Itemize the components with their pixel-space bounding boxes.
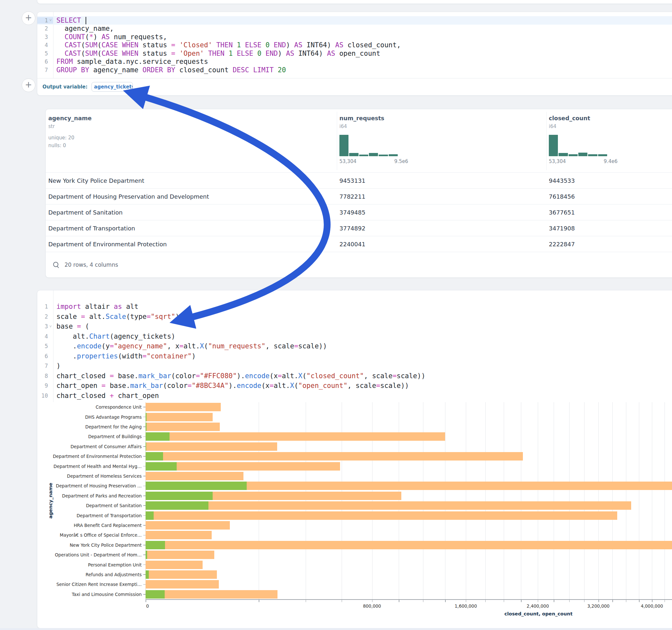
bar-closed bbox=[146, 472, 243, 480]
code-token: chart_closed bbox=[56, 372, 110, 380]
python-code-editor[interactable]: 1 import altair as alt2 scale = alt.Scal… bbox=[37, 290, 672, 401]
code-line-text: scale = alt.Scale(type="sqrt") bbox=[53, 313, 179, 320]
table-row[interactable]: Department of Housing Preservation and D… bbox=[46, 188, 672, 204]
code-token: = bbox=[270, 382, 274, 390]
table-cell[interactable]: 2240041 bbox=[339, 236, 365, 252]
table-cell[interactable]: 7782211 bbox=[339, 189, 365, 204]
y-axis-tick bbox=[143, 574, 146, 575]
python-cell[interactable]: 1 import altair as alt2 scale = alt.Scal… bbox=[37, 290, 672, 628]
y-axis-label-row: Department of Homeless Services bbox=[37, 471, 146, 481]
code-token: (y bbox=[101, 342, 110, 350]
add-cell-button[interactable]: + bbox=[22, 78, 35, 92]
code-line[interactable]: 4 CAST(SUM(CASE WHEN status = 'Closed' T… bbox=[37, 41, 672, 50]
fold-spacer bbox=[48, 26, 53, 31]
table-row[interactable]: Department of Sanitation37494853677651 bbox=[46, 204, 672, 220]
code-line[interactable]: 1˅SELECT bbox=[37, 16, 672, 25]
line-number-gutter: 7 bbox=[37, 67, 53, 73]
code-token: base. bbox=[106, 382, 130, 390]
y-axis-label-row: DHS Advantage Programs bbox=[37, 412, 146, 421]
code-token: = bbox=[77, 322, 81, 330]
code-token: closed_count, bbox=[343, 41, 401, 49]
table-row[interactable]: Department of Transportation377489234719… bbox=[46, 220, 672, 236]
table-cell[interactable]: 3749485 bbox=[339, 204, 365, 220]
bar-closed bbox=[146, 571, 217, 579]
sql-cell[interactable]: 1˅SELECT 2 agency_name,3 COUNT(*) AS num… bbox=[37, 12, 672, 96]
y-axis-tick bbox=[143, 495, 146, 496]
fold-spacer bbox=[48, 314, 53, 319]
code-line[interactable]: 6 .properties(width="container") bbox=[37, 351, 672, 361]
code-line[interactable]: 2 agency_name, bbox=[37, 25, 672, 33]
code-token: "sqrt" bbox=[151, 313, 175, 320]
y-axis-tick bbox=[143, 584, 146, 585]
y-axis-tick bbox=[143, 466, 146, 467]
table-cell[interactable]: New York City Police Department bbox=[48, 173, 144, 189]
code-line[interactable]: 10 chart_closed + chart_open bbox=[37, 391, 672, 401]
code-line[interactable]: 6 FROM sample_data.nyc.service_requests bbox=[37, 58, 672, 66]
table-cell[interactable]: 9453131 bbox=[339, 173, 365, 189]
y-axis-label: Department of Transportation bbox=[76, 513, 142, 518]
code-line[interactable]: 1 import altair as alt bbox=[37, 302, 672, 312]
search-icon[interactable] bbox=[53, 262, 59, 268]
fold-chevron-icon[interactable]: ˅ bbox=[48, 324, 53, 329]
table-cell[interactable]: 3774892 bbox=[339, 220, 365, 236]
table-cell[interactable]: Department of Environmental Protection bbox=[48, 236, 167, 252]
table-cell[interactable]: Department of Sanitation bbox=[48, 204, 123, 220]
code-line[interactable]: 9 chart_open = base.mark_bar(color="#8BC… bbox=[37, 381, 672, 391]
unique-count: unique: 20 bbox=[48, 134, 92, 142]
x-axis-tick bbox=[598, 600, 599, 602]
output-variable-label: Output variable: bbox=[43, 84, 88, 90]
y-axis-label: DHS Advantage Programs bbox=[85, 414, 142, 420]
output-variable-chip[interactable]: agency_tickets bbox=[91, 82, 133, 92]
table-cell[interactable]: Department of Housing Preservation and D… bbox=[48, 189, 209, 204]
code-token: SELECT bbox=[56, 17, 81, 24]
code-token: scale)) bbox=[380, 382, 409, 390]
code-token: encode bbox=[237, 382, 261, 390]
code-token: "#8BC34A" bbox=[192, 382, 229, 390]
code-line[interactable]: 3 COUNT(*) AS num_requests, bbox=[37, 33, 672, 41]
code-token: = bbox=[179, 342, 184, 350]
code-token: 0 bbox=[257, 50, 262, 57]
column-header[interactable]: agency_namestrunique: 20nulls: 0 bbox=[48, 115, 92, 178]
column-histogram bbox=[549, 135, 607, 156]
code-token: 20 bbox=[278, 66, 286, 74]
table-cell[interactable]: Department of Transportation bbox=[48, 220, 135, 236]
code-line[interactable]: 5 .encode(y="agency_name", x=alt.X("num_… bbox=[37, 341, 672, 351]
fold-spacer bbox=[48, 59, 53, 64]
column-header[interactable]: closed_counti6453,3049.4e6 bbox=[549, 115, 590, 178]
column-header[interactable]: num_requestsi6453,3049.5e6 bbox=[339, 115, 384, 178]
code-line[interactable]: 7 GROUP BY agency_name ORDER BY closed_c… bbox=[37, 66, 672, 74]
code-token: open_count bbox=[335, 50, 380, 57]
bar-closed bbox=[146, 501, 631, 510]
code-line[interactable]: 4 alt.Chart(agency_tickets) bbox=[37, 332, 672, 342]
bar-open bbox=[146, 541, 165, 549]
y-axis-label-row: Senior Citizen Rent Increase Exempti… bbox=[37, 579, 146, 589]
add-cell-button[interactable]: + bbox=[22, 11, 35, 25]
code-line[interactable]: 3˅base = ( bbox=[37, 321, 672, 332]
code-token: as bbox=[114, 303, 122, 311]
histogram-min-label: 53,304 bbox=[339, 159, 357, 164]
code-line[interactable]: 2 scale = alt.Scale(type="sqrt") bbox=[37, 312, 672, 322]
table-row[interactable]: Department of Environmental Protection22… bbox=[46, 236, 672, 252]
code-line[interactable]: 8 chart_closed = base.mark_bar(color="#F… bbox=[37, 371, 672, 381]
fold-chevron-icon[interactable]: ˅ bbox=[48, 18, 53, 23]
table-cell[interactable]: 3471908 bbox=[549, 220, 575, 236]
code-token: ( bbox=[81, 41, 85, 49]
column-histogram bbox=[339, 135, 398, 156]
code-line[interactable]: 7 ) bbox=[37, 361, 672, 371]
code-token: (color bbox=[163, 382, 188, 390]
gridline bbox=[372, 402, 373, 599]
table-cell[interactable]: 9443533 bbox=[549, 173, 575, 189]
code-token: THEN bbox=[208, 50, 225, 57]
sql-code-editor[interactable]: 1˅SELECT 2 agency_name,3 COUNT(*) AS num… bbox=[37, 12, 672, 74]
code-token: sample_data.nyc.service_requests bbox=[73, 58, 208, 66]
code-token: (x bbox=[270, 372, 278, 380]
table-cell[interactable]: 3677651 bbox=[549, 204, 575, 220]
x-axis-title: closed_count, open_count bbox=[504, 611, 573, 616]
row-count-label: 20 rows, 4 columns bbox=[65, 262, 118, 268]
code-token: ELSE bbox=[245, 41, 262, 49]
table-row[interactable]: New York City Police Department945313194… bbox=[46, 172, 672, 189]
table-cell[interactable]: 7618456 bbox=[549, 189, 575, 204]
table-cell[interactable]: 2222847 bbox=[549, 236, 575, 252]
code-line[interactable]: 5 CAST(SUM(CASE WHEN status = 'Open' THE… bbox=[37, 49, 672, 58]
code-token: agency_name, bbox=[56, 25, 114, 32]
